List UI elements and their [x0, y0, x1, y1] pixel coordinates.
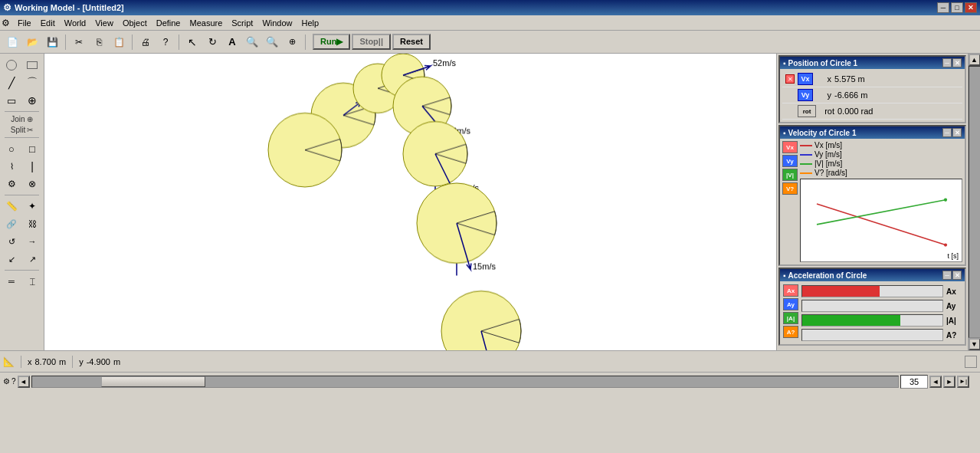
print-button[interactable]: 🖨 [136, 33, 155, 51]
torque-tool[interactable]: ↗ [22, 251, 42, 268]
ar-button[interactable]: A? [783, 326, 798, 338]
pos-y-row: Vy y -6.666 m [782, 87, 962, 103]
maximize-button[interactable]: □ [951, 2, 963, 13]
rect-tool[interactable] [22, 57, 42, 74]
circle-tool[interactable] [2, 57, 21, 74]
vel-vy-legend: Vy [m/s] [800, 150, 962, 159]
lt-sep-2 [5, 137, 39, 138]
paste-button[interactable]: 📋 [110, 33, 128, 51]
scroll-thumb[interactable] [101, 376, 205, 387]
menu-define[interactable]: Define [152, 17, 185, 29]
point-tool[interactable]: ⊕ [22, 92, 42, 109]
vr-legend-label: V? [rad/s] [814, 169, 847, 177]
scroll-down-button[interactable]: ▼ [969, 338, 981, 350]
vx-button[interactable]: Vx [782, 141, 798, 153]
menu-world[interactable]: World [60, 17, 91, 29]
vline-tool[interactable]: | [22, 158, 42, 175]
hh-tool[interactable]: ⌶ [22, 273, 42, 290]
vertical-scroll-track[interactable] [969, 66, 981, 338]
am-bar [801, 314, 943, 327]
vx-color [800, 145, 812, 146]
pos-close-btn[interactable]: ✕ [952, 58, 962, 67]
scroll-up-button[interactable]: ▲ [969, 54, 981, 66]
vel-minimize-button[interactable]: ─ [942, 128, 952, 137]
vm-button[interactable]: |V| [782, 169, 798, 181]
vel-side-buttons: Vx Vy |V| V? [782, 141, 798, 262]
split-label[interactable]: Split ✂ [2, 125, 42, 135]
hline-tool[interactable]: ═ [2, 273, 21, 290]
zoom-out-tool[interactable]: 🔍 [263, 33, 281, 51]
measure-tool[interactable]: 📏 [2, 198, 21, 215]
select-tool[interactable]: ↖ [183, 33, 202, 51]
actuator-tool[interactable]: → [22, 233, 42, 250]
text-tool[interactable]: A [223, 33, 241, 51]
acc-panel-icon: ▪ [783, 271, 786, 280]
zoom-reset-tool[interactable]: ⊕ [283, 33, 301, 51]
ax-button[interactable]: Ax [783, 284, 798, 297]
app-menu-icon: ⚙ [2, 18, 10, 28]
menu-file[interactable]: File [13, 17, 36, 29]
ar-bar [801, 329, 943, 341]
status-y-label: y [79, 357, 84, 366]
square-tool[interactable]: □ [22, 140, 42, 157]
gear-tool[interactable]: ⚙ [2, 176, 21, 192]
menu-help[interactable]: Help [297, 17, 324, 29]
scroll-right-button-3[interactable]: ►| [957, 376, 969, 388]
close-button[interactable]: ✕ [965, 2, 977, 13]
line-tool[interactable]: ╱ [2, 74, 21, 91]
toolbar-sep-1 [65, 34, 66, 50]
force-tool[interactable]: ↙ [2, 251, 21, 268]
scroll-left-button[interactable]: ◄ [18, 376, 30, 388]
reset-button[interactable]: Reset [392, 34, 431, 50]
spring-tool[interactable]: ⌇ [2, 158, 21, 175]
pulley-tool[interactable]: ⊗ [22, 176, 42, 192]
ay-button[interactable]: Ay [783, 298, 798, 310]
stop-button[interactable]: Stop|| [352, 34, 391, 50]
vy-button[interactable]: Vy [782, 155, 798, 167]
link-tool[interactable]: 🔗 [2, 215, 21, 232]
pin-tool[interactable]: ○ [2, 140, 21, 157]
scroll-right-button-1[interactable]: ◄ [929, 376, 942, 388]
save-button[interactable]: 💾 [43, 33, 61, 51]
menu-object[interactable]: Object [118, 17, 152, 29]
motor-tool[interactable]: ↺ [2, 233, 21, 250]
menu-measure[interactable]: Measure [185, 17, 227, 29]
simulation-canvas[interactable] [44, 54, 776, 350]
acc-close-btn[interactable]: ✕ [952, 271, 962, 280]
open-button[interactable]: 📂 [23, 33, 41, 51]
smart-tool[interactable]: ✦ [22, 198, 42, 215]
pos-x-btn[interactable]: Vx [798, 73, 813, 85]
new-button[interactable]: 📄 [3, 33, 21, 51]
vr-button[interactable]: V? [782, 182, 798, 195]
scroll-right-button-2[interactable]: ► [943, 376, 955, 388]
lt-row-constraints: ⌇ | [2, 158, 42, 175]
position-panel-titlebar: ▪ Position of Circle 1 ─ ✕ [780, 57, 965, 69]
split-icon: ✂ [27, 126, 33, 134]
pos-minimize-button[interactable]: ─ [942, 58, 952, 67]
pos-y-btn[interactable]: Vy [798, 89, 813, 101]
canvas-area[interactable] [44, 54, 776, 350]
rotate-tool[interactable]: ↻ [203, 33, 221, 51]
curve-tool[interactable]: ⌒ [22, 74, 42, 91]
help-toolbar-button[interactable]: ? [156, 33, 175, 51]
run-button[interactable]: Run▶ [313, 34, 350, 50]
horizontal-scroll-track[interactable] [31, 376, 899, 388]
menu-window[interactable]: Window [257, 17, 297, 29]
acc-minimize-button[interactable]: ─ [942, 271, 952, 280]
pos-rot-btn[interactable]: rot [798, 105, 816, 117]
polygon-tool[interactable]: ▭ [2, 92, 21, 109]
pos-x-close[interactable]: ✕ [785, 74, 795, 84]
cut-button[interactable]: ✂ [70, 33, 88, 51]
menu-script[interactable]: Script [227, 17, 257, 29]
copy-button[interactable]: ⎘ [90, 33, 108, 51]
am-button[interactable]: |A| [783, 312, 798, 324]
minimize-button[interactable]: ─ [937, 2, 949, 13]
menu-edit[interactable]: Edit [36, 17, 60, 29]
chain-tool[interactable]: ⛓ [22, 215, 42, 232]
acc-bars: Ax Ay |A| [801, 284, 962, 341]
join-label[interactable]: Join ⊕ [2, 114, 42, 124]
zoom-in-tool[interactable]: 🔍 [243, 33, 261, 51]
menu-view[interactable]: View [90, 17, 118, 29]
svg-point-3 [944, 199, 947, 202]
vel-close-btn[interactable]: ✕ [952, 128, 962, 137]
